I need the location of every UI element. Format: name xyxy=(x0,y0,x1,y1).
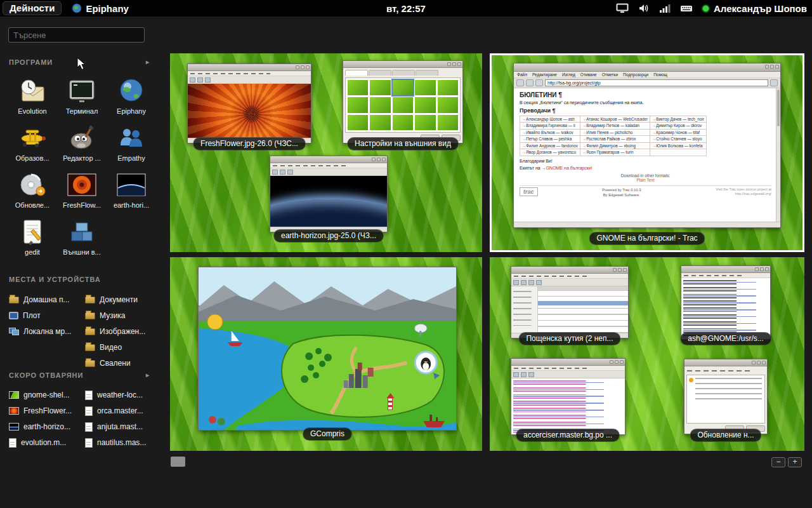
devices-icon xyxy=(66,217,98,246)
places-column-right: Документи Музика Изображен... Видео Свал… xyxy=(85,293,145,370)
menu-view: Изглед xyxy=(562,72,575,77)
place-label: Локална мр... xyxy=(23,327,71,336)
translator-cell: →Красимир Чонов — bfaf xyxy=(652,130,704,135)
volume-icon[interactable] xyxy=(638,3,650,13)
place-item-pictures[interactable]: Изображен... xyxy=(85,325,145,338)
window-freshflower[interactable] xyxy=(187,64,311,144)
window-menubar xyxy=(681,273,770,278)
workspace-2-active[interactable]: Файл Редактиране Изглед Отиване Отметки … xyxy=(490,53,804,252)
place-item-desktop[interactable]: Плот xyxy=(9,309,71,322)
app-item-terminal[interactable]: Терминал xyxy=(57,76,107,115)
place-item-downloads[interactable]: Свалени xyxy=(85,357,145,370)
place-item-documents[interactable]: Документи xyxy=(85,293,145,306)
window-titlebar xyxy=(270,156,387,163)
app-item-earth-horizon[interactable]: earth-hori... xyxy=(107,170,156,209)
app-label: Empathy xyxy=(117,154,145,162)
epiphany-mini-icon xyxy=(72,3,82,13)
window-update-manager[interactable] xyxy=(684,359,768,434)
search-input[interactable] xyxy=(8,27,145,43)
place-label: Изображен... xyxy=(100,327,145,336)
place-item-videos[interactable]: Видео xyxy=(85,341,145,354)
window-menubar xyxy=(270,163,387,168)
recent-item[interactable]: gnome-shel... xyxy=(9,389,72,401)
workspace-1[interactable]: FreshFlower.jpg-26.0 (ЧЗС... Настройки н… xyxy=(170,53,482,252)
recent-item[interactable]: FreshFlower... xyxy=(9,404,72,417)
place-label: Свалени xyxy=(100,359,131,368)
download-section: Download in other formats: Plain Text xyxy=(520,173,771,182)
recent-expand-icon[interactable]: ▸ xyxy=(146,371,150,378)
document-icon xyxy=(85,422,93,432)
app-label: Обновле... xyxy=(15,201,49,209)
recent-item[interactable]: weather-loc... xyxy=(85,389,146,401)
recent-item[interactable]: anjuta.mast... xyxy=(85,420,146,433)
page-heading: БЮЛЕТИНИ ¶ xyxy=(520,91,771,98)
network-places-icon xyxy=(9,328,19,335)
mail-folder-pane xyxy=(511,286,538,333)
top-bar: Дейности Epiphany вт, 22:57 Александър Ш… xyxy=(0,0,812,17)
place-item-music[interactable]: Музика xyxy=(85,309,145,322)
recent-item[interactable]: evolution.m... xyxy=(9,436,72,449)
clock[interactable]: вт, 22:57 xyxy=(386,3,426,14)
recent-item[interactable]: orca.master... xyxy=(85,404,146,417)
trac-page-content: БЮЛЕТИНИ ¶ В секция „Бюлетини“ са период… xyxy=(514,88,780,222)
app-item-gimp[interactable]: Редактор ... xyxy=(57,123,107,162)
menu-bookmarks: Отметки xyxy=(602,72,618,77)
recent-label: earth-horizo... xyxy=(23,422,70,431)
user-name: Александър Шопов xyxy=(714,3,807,14)
window-earth-horizon[interactable] xyxy=(270,156,388,232)
window-evolution-mail[interactable] xyxy=(511,266,629,338)
app-item-external-devices[interactable]: Външни в... xyxy=(57,217,107,256)
menu-go: Отиване xyxy=(580,72,597,77)
workspace-indicator[interactable] xyxy=(171,457,185,467)
app-item-evolution[interactable]: Evolution xyxy=(8,76,57,115)
document-icon xyxy=(85,438,93,448)
programs-expand-icon[interactable]: ▸ xyxy=(146,58,150,65)
remove-workspace-button[interactable]: − xyxy=(771,457,785,467)
app-item-freshflower[interactable]: FreshFlow... xyxy=(57,170,107,209)
app-item-software-update[interactable]: Обновле... xyxy=(8,170,57,209)
document-icon xyxy=(85,406,93,416)
translator-cell: →Ивайло Вълков — ivalkov xyxy=(522,130,578,135)
window-po-editor[interactable] xyxy=(511,358,625,435)
programs-title: ПРОГРАМИ xyxy=(9,58,53,66)
place-item-home[interactable]: Домашна п... xyxy=(9,293,71,306)
app-item-gcompris[interactable]: Образов... xyxy=(8,123,57,162)
address-bar: http://fsa-bg.org/project/gtp xyxy=(545,79,768,86)
window-gcompris[interactable] xyxy=(198,267,457,431)
recent-item[interactable]: earth-horizo... xyxy=(9,420,72,433)
window-appearance-settings[interactable] xyxy=(343,60,463,144)
activities-button[interactable]: Дейности xyxy=(3,1,62,15)
app-item-empathy[interactable]: Empathy xyxy=(107,123,156,162)
window-title-pill: earth-horizon.jpg-25.0 (ЧЗ... xyxy=(273,229,384,243)
network-signal-icon[interactable] xyxy=(659,3,671,13)
back-icon xyxy=(516,79,524,86)
workspace-3[interactable]: GCompris xyxy=(170,257,482,451)
workspace-4[interactable]: Пощенска кутия (2 неп... ash@GNOME:/usr/… xyxy=(490,257,804,451)
add-workspace-button[interactable]: + xyxy=(788,457,802,467)
place-item-local-network[interactable]: Локална мр... xyxy=(9,325,71,338)
page-scrollbar xyxy=(776,88,780,222)
recent-item[interactable]: nautilus.mas... xyxy=(85,436,146,449)
places-title: МЕСТА И УСТРОЙСТВА xyxy=(9,276,101,283)
team-line: Екипът на →GNOME на български! xyxy=(520,166,771,170)
user-menu[interactable]: Александър Шопов xyxy=(702,3,807,14)
terminal-icon xyxy=(66,76,98,105)
menu-file: Файл xyxy=(517,72,527,77)
keyboard-icon[interactable] xyxy=(680,3,693,13)
window-title-pill: GNOME на български! - Trac xyxy=(589,232,705,245)
download-label: Download in other formats: xyxy=(520,173,771,178)
window-titlebar xyxy=(188,64,311,71)
window-trac-browser[interactable]: Файл Редактиране Изглед Отиване Отметки … xyxy=(513,63,781,228)
window-toolbar xyxy=(511,371,625,378)
window-terminal[interactable] xyxy=(681,265,771,340)
powered-by: Powered by Trac 0.10.3 By Edgewall Softw… xyxy=(543,187,700,198)
app-item-gedit[interactable]: gedit xyxy=(8,217,57,256)
app-item-epiphany[interactable]: Epiphany xyxy=(107,76,156,115)
recent-label: anjuta.mast... xyxy=(97,422,143,431)
display-icon[interactable] xyxy=(616,3,629,13)
recent-label: evolution.m... xyxy=(21,438,66,447)
window-title-pill: Настройки на външния вид xyxy=(347,137,459,150)
app-menu[interactable]: Epiphany xyxy=(72,3,129,14)
earth-image xyxy=(270,176,387,227)
gnome-shell-overview: Дейности Epiphany вт, 22:57 Александър Ш… xyxy=(0,0,812,508)
